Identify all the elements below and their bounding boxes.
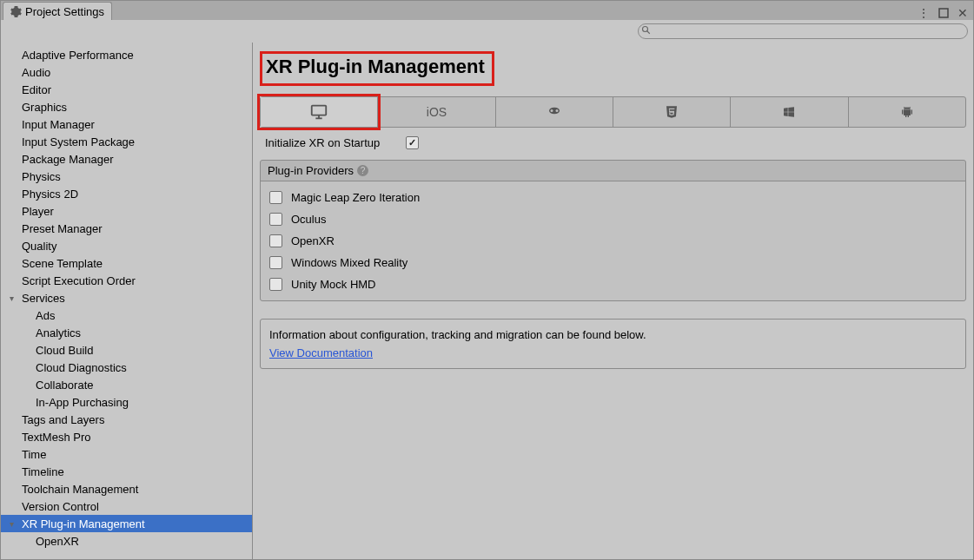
sidebar-item-audio[interactable]: Audio [1,63,252,81]
provider-label: Unity Mock HMD [291,278,376,291]
sidebar-item-label: Version Control [22,500,99,513]
tab-standalone[interactable] [261,97,378,127]
windows-icon [782,105,796,119]
provider-row: Unity Mock HMD [264,273,962,295]
svg-rect-3 [312,106,327,115]
gear-icon [10,6,22,17]
providers-header: Plug-in Providers ? [261,161,965,181]
sidebar-item-in-app-purchasing[interactable]: In-App Purchasing [1,393,252,411]
sidebar-item-preset-manager[interactable]: Preset Manager [1,220,252,237]
initialize-checkbox[interactable] [406,136,419,149]
sidebar-item-adaptive-performance[interactable]: Adaptive Performance [1,46,252,63]
sidebar-item-label: Collaborate [36,379,94,392]
search-icon [641,25,652,36]
initialize-row: Initialize XR on Startup [260,133,966,153]
window-tab[interactable]: Project Settings [3,2,112,20]
sidebar-item-script-execution-order[interactable]: Script Execution Order [1,272,252,289]
sidebar-item-label: Analytics [36,326,81,339]
tab-android[interactable] [849,97,965,127]
lumin-icon [547,104,562,120]
sidebar-item-input-system-package[interactable]: Input System Package [1,133,252,150]
provider-row: Oculus [264,208,962,230]
sidebar-item-label: XR Plug-in Management [22,517,145,530]
sidebar-item-label: Input System Package [22,135,135,148]
provider-checkbox[interactable] [269,278,282,291]
sidebar-item-label: In-App Purchasing [36,396,129,409]
sidebar-item-label: TextMesh Pro [22,431,90,444]
window-title: Project Settings [25,5,104,18]
provider-label: OpenXR [291,234,335,247]
sidebar-item-textmesh-pro[interactable]: TextMesh Pro [1,428,252,445]
tab-windows[interactable] [731,97,848,127]
sidebar-item-xr-plug-in-management[interactable]: XR Plug-in Management [1,515,252,532]
search-input[interactable] [638,23,968,39]
sidebar-item-cloud-diagnostics[interactable]: Cloud Diagnostics [1,359,252,376]
provider-checkbox[interactable] [269,213,282,226]
provider-checkbox[interactable] [269,256,282,269]
close-icon[interactable]: ✕ [957,6,968,20]
svg-point-8 [555,109,558,112]
svg-rect-0 [939,9,948,17]
searchbar [1,20,973,43]
sidebar-item-label: Package Manager [22,153,114,166]
page-title-highlight: XR Plug-in Management [260,51,494,86]
sidebar-item-toolchain-management[interactable]: Toolchain Management [1,480,252,497]
sidebar-item-physics-2d[interactable]: Physics 2D [1,185,252,202]
ios-label: iOS [427,105,447,119]
svg-point-1 [643,27,648,32]
view-documentation-link[interactable]: View Documentation [269,346,373,359]
platform-tabs: iOS [260,96,966,128]
provider-checkbox[interactable] [269,234,282,247]
tab-webgl[interactable] [613,97,731,127]
sidebar-item-version-control[interactable]: Version Control [1,497,252,515]
sidebar-item-label: Editor [22,83,51,96]
monitor-icon [309,102,328,122]
providers-title: Plug-in Providers [268,164,354,177]
tab-ios[interactable]: iOS [378,97,495,127]
kebab-menu-icon[interactable]: ⋮ [918,6,930,20]
sidebar-item-package-manager[interactable]: Package Manager [1,150,252,168]
sidebar-item-input-manager[interactable]: Input Manager [1,115,252,133]
providers-panel: Plug-in Providers ? Magic Leap Zero Iter… [260,160,966,301]
sidebar-item-scene-template[interactable]: Scene Template [1,254,252,272]
sidebar-item-tags-and-layers[interactable]: Tags and Layers [1,411,252,428]
sidebar-item-editor[interactable]: Editor [1,81,252,98]
help-icon[interactable]: ? [357,165,368,176]
titlebar: Project Settings ⋮ ✕ [1,1,973,20]
sidebar-item-label: Toolchain Management [22,483,138,496]
sidebar-item-ads[interactable]: Ads [1,306,252,324]
provider-checkbox[interactable] [269,191,282,204]
provider-row: OpenXR [264,230,962,252]
provider-label: Magic Leap Zero Iteration [291,191,420,204]
maximize-icon[interactable] [938,8,949,18]
sidebar-item-timeline[interactable]: Timeline [1,463,252,480]
sidebar-item-label: Scene Template [22,257,103,270]
main-panel: XR Plug-in Management iOS [253,43,973,559]
sidebar-item-label: Preset Manager [22,222,103,235]
tab-lumin[interactable] [496,97,613,127]
info-text: Information about configuration, trackin… [269,328,957,341]
sidebar-item-openxr[interactable]: OpenXR [1,532,252,550]
sidebar-item-label: Physics [22,170,61,183]
sidebar-item-label: OpenXR [36,535,79,548]
sidebar-item-label: Script Execution Order [22,274,136,287]
sidebar-item-label: Player [22,205,54,218]
sidebar-item-services[interactable]: Services [1,289,252,306]
sidebar-item-analytics[interactable]: Analytics [1,324,252,341]
sidebar-item-label: Cloud Diagnostics [36,361,127,374]
initialize-label: Initialize XR on Startup [265,136,380,149]
sidebar-item-graphics[interactable]: Graphics [1,98,252,115]
sidebar-item-label: Services [22,292,65,305]
sidebar-item-player[interactable]: Player [1,202,252,220]
sidebar-item-quality[interactable]: Quality [1,237,252,254]
sidebar-item-label: Adaptive Performance [22,49,134,62]
sidebar-item-label: Quality [22,240,56,253]
sidebar-item-collaborate[interactable]: Collaborate [1,376,252,393]
sidebar-item-time[interactable]: Time [1,445,252,463]
sidebar-item-cloud-build[interactable]: Cloud Build [1,341,252,359]
sidebar-item-label: Tags and Layers [22,413,104,426]
provider-row: Magic Leap Zero Iteration [264,187,962,208]
sidebar-item-label: Physics 2D [22,188,78,201]
sidebar-item-label: Time [22,448,46,461]
sidebar-item-physics[interactable]: Physics [1,168,252,185]
